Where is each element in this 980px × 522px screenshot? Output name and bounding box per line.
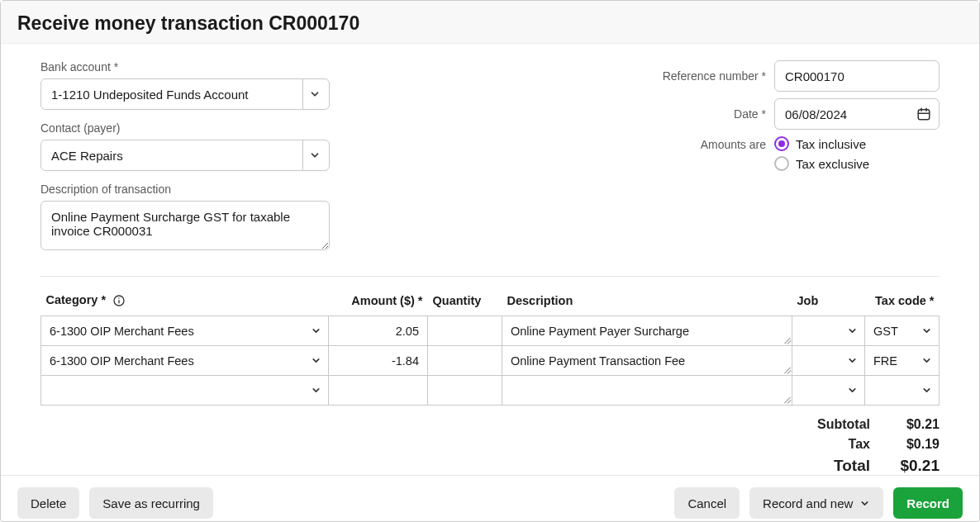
tax-label: Tax xyxy=(849,437,870,452)
tax-exclusive-label: Tax exclusive xyxy=(796,157,869,171)
chevron-down-icon xyxy=(847,355,858,366)
description-textarea[interactable]: Online Payment Surcharge GST for taxable… xyxy=(40,201,330,250)
description-cell[interactable] xyxy=(502,376,792,405)
reference-label: Reference number * xyxy=(663,69,766,83)
delete-button[interactable]: Delete xyxy=(17,487,79,519)
description-cell[interactable]: Online Payment Payer Surcharge xyxy=(502,316,792,345)
total-value: $0.21 xyxy=(893,457,940,475)
col-taxcode: Tax code * xyxy=(865,285,940,316)
date-label: Date * xyxy=(734,107,766,121)
taxcode-cell[interactable] xyxy=(865,376,939,405)
chevron-down-icon xyxy=(311,355,321,366)
amount-cell[interactable]: 2.05 xyxy=(329,316,427,345)
chevron-down-icon xyxy=(302,140,326,170)
quantity-cell[interactable] xyxy=(428,316,502,345)
col-category: Category * xyxy=(41,285,329,316)
amount-cell[interactable]: -1.84 xyxy=(329,346,427,375)
description-label: Description of transaction xyxy=(40,183,330,196)
job-cell[interactable] xyxy=(792,346,864,375)
subtotal-label: Subtotal xyxy=(817,417,870,432)
chevron-down-icon xyxy=(847,325,858,336)
record-button[interactable]: Record xyxy=(893,487,963,519)
taxcode-cell[interactable]: FRE xyxy=(865,346,939,375)
resize-handle-icon[interactable] xyxy=(783,336,791,344)
chevron-down-icon xyxy=(859,498,870,509)
taxcode-cell[interactable]: GST xyxy=(865,316,939,345)
date-input[interactable] xyxy=(774,98,940,130)
job-cell[interactable] xyxy=(792,376,864,405)
chevron-down-icon xyxy=(302,79,326,109)
contact-label: Contact (payer) xyxy=(40,121,330,135)
category-cell[interactable] xyxy=(41,376,328,405)
resize-handle-icon[interactable] xyxy=(783,396,791,404)
amount-cell[interactable] xyxy=(329,376,427,405)
tax-inclusive-radio[interactable]: Tax inclusive xyxy=(774,136,940,151)
quantity-cell[interactable] xyxy=(428,346,502,375)
chevron-down-icon xyxy=(921,355,932,366)
radio-checked-icon xyxy=(774,136,789,151)
col-quantity: Quantity xyxy=(428,285,502,316)
bank-account-value: 1-1210 Undeposited Funds Account xyxy=(51,88,249,102)
line-items-table: Category * Amount ($) * Quantity Descrip… xyxy=(40,285,940,406)
totals-block: Subtotal $0.21 Tax $0.19 Total $0.21 xyxy=(40,417,940,475)
tax-exclusive-radio[interactable]: Tax exclusive xyxy=(774,156,940,171)
amounts-are-label: Amounts are xyxy=(701,136,766,151)
contact-select[interactable]: ACE Repairs xyxy=(40,140,330,171)
save-as-recurring-button[interactable]: Save as recurring xyxy=(89,487,213,519)
chevron-down-icon xyxy=(311,325,321,336)
contact-value: ACE Repairs xyxy=(51,149,123,163)
record-and-new-label: Record and new xyxy=(763,496,853,510)
record-and-new-button[interactable]: Record and new xyxy=(749,487,883,519)
chevron-down-icon xyxy=(921,385,932,396)
bank-account-select[interactable]: 1-1210 Undeposited Funds Account xyxy=(40,78,330,110)
chevron-down-icon xyxy=(921,325,932,336)
quantity-cell[interactable] xyxy=(428,376,502,405)
description-cell[interactable]: Online Payment Transaction Fee xyxy=(502,346,792,375)
subtotal-value: $0.21 xyxy=(893,417,940,432)
col-job: Job xyxy=(792,285,865,316)
info-icon[interactable] xyxy=(112,294,126,307)
job-cell[interactable] xyxy=(792,316,864,345)
total-label: Total xyxy=(834,457,870,475)
bank-account-label: Bank account * xyxy=(40,60,330,74)
category-cell[interactable]: 6-1300 OIP Merchant Fees xyxy=(41,346,328,375)
tax-inclusive-label: Tax inclusive xyxy=(796,137,866,151)
page-title: Receive money transaction CR000170 xyxy=(17,12,963,35)
chevron-down-icon xyxy=(847,385,858,396)
tax-value: $0.19 xyxy=(893,437,940,452)
resize-handle-icon[interactable] xyxy=(783,366,791,374)
col-amount: Amount ($) * xyxy=(329,285,428,316)
table-row: 6-1300 OIP Merchant Fees2.05Online Payme… xyxy=(41,316,940,346)
chevron-down-icon xyxy=(311,385,321,396)
radio-unchecked-icon xyxy=(774,156,789,171)
table-row xyxy=(41,376,940,406)
table-row: 6-1300 OIP Merchant Fees-1.84Online Paym… xyxy=(41,346,940,376)
category-cell[interactable]: 6-1300 OIP Merchant Fees xyxy=(41,316,328,345)
col-description: Description xyxy=(502,285,792,316)
cancel-button[interactable]: Cancel xyxy=(674,487,740,519)
reference-input[interactable] xyxy=(774,60,940,92)
svg-point-6 xyxy=(118,298,119,299)
